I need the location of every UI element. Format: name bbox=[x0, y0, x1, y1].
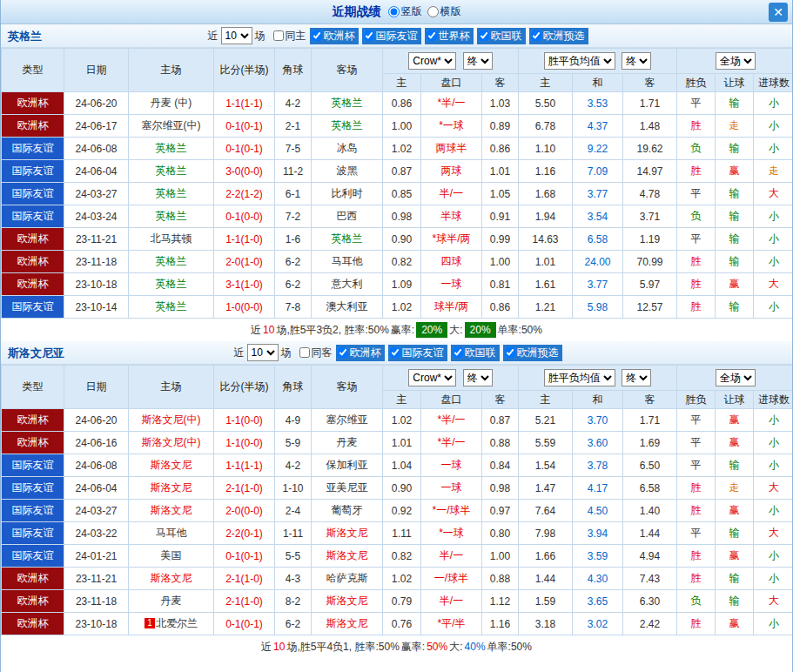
score-cell: 1-1(0-0) bbox=[214, 432, 275, 454]
col-away: 客场 bbox=[312, 49, 383, 92]
bookmaker-select[interactable]: Crow* bbox=[408, 369, 456, 386]
avg-home-odds-cell: 1.54 bbox=[519, 454, 573, 477]
odds-away-cell: 0.84 bbox=[482, 454, 519, 477]
same-venue-checkbox[interactable] bbox=[273, 30, 284, 41]
competition-chip[interactable]: 欧洲预选 bbox=[503, 345, 562, 361]
avg-stage-select[interactable]: 终 bbox=[622, 52, 651, 70]
layout-option-vertical[interactable]: 竖版 bbox=[388, 4, 422, 19]
corner-cell: 6-2 bbox=[275, 273, 312, 296]
summary-segment: 20% bbox=[465, 322, 496, 338]
corner-cell: 1-11 bbox=[275, 522, 312, 545]
score-cell: 1-0(0-0) bbox=[214, 296, 275, 319]
match-row: 欧洲杯23-10-181北爱尔兰0-1(0-1)6-2斯洛文尼0.76*平/半1… bbox=[2, 613, 793, 635]
competition-checkbox[interactable] bbox=[479, 30, 489, 41]
col-goals: 进球数 bbox=[754, 74, 793, 92]
avg-odds-select[interactable]: 胜平负均值 bbox=[544, 369, 615, 386]
horizontal-layout-radio[interactable] bbox=[427, 6, 439, 17]
competition-checkbox[interactable] bbox=[338, 347, 348, 358]
same-venue-checkbox[interactable] bbox=[299, 347, 310, 358]
home-team-cell: 北马其顿 bbox=[129, 228, 214, 251]
recent-count-select[interactable]: 10 bbox=[247, 344, 279, 361]
competition-checkbox[interactable] bbox=[505, 347, 515, 358]
competition-cell: 欧洲杯 bbox=[2, 273, 64, 296]
handicap-cell: *半/一 bbox=[421, 92, 482, 115]
vertical-layout-radio[interactable] bbox=[388, 6, 400, 17]
competition-checkbox[interactable] bbox=[312, 30, 322, 41]
odds-stage-select[interactable]: 终 bbox=[463, 52, 493, 70]
handicap-result-cell: 赢 bbox=[716, 545, 754, 568]
odds-home-cell: 1.09 bbox=[383, 273, 421, 296]
home-team-cell: 英格兰 bbox=[129, 160, 214, 183]
match-row: 国际友谊24-03-27斯洛文尼2-0(0-0)2-4葡萄牙0.92*一/球半0… bbox=[2, 500, 793, 522]
home-team-cell: 英格兰 bbox=[129, 138, 214, 160]
away-team-cell: 丹麦 bbox=[312, 432, 383, 454]
odds-home-cell: 0.79 bbox=[383, 590, 421, 613]
result-cell: 平 bbox=[677, 228, 716, 251]
competition-chip[interactable]: 欧国联 bbox=[451, 345, 500, 361]
competition-chip[interactable]: 欧洲杯 bbox=[310, 28, 359, 44]
handicap-result-cell: 输 bbox=[716, 183, 754, 205]
odds-away-cell: 0.91 bbox=[482, 205, 519, 228]
goals-cell: 大 bbox=[754, 590, 793, 613]
same-venue-filter[interactable]: 同主 bbox=[273, 29, 306, 44]
avg-odds-select[interactable]: 胜平负均值 bbox=[544, 52, 615, 70]
results-table: 类型 日期 主场 比分(半场) 角球 客场 Crow* 终 胜平负均值 终 bbox=[1, 365, 793, 635]
scope-select[interactable]: 全场 bbox=[716, 369, 756, 386]
score-cell: 2-1(1-0) bbox=[214, 568, 275, 590]
competition-cell: 欧洲杯 bbox=[2, 568, 64, 590]
competition-chip[interactable]: 世界杯 bbox=[425, 28, 474, 44]
home-team-cell: 英格兰 bbox=[129, 296, 214, 319]
goals-cell: 小 bbox=[754, 251, 793, 273]
home-team-cell: 英格兰 bbox=[129, 205, 214, 228]
summary-segment: 赢率: bbox=[391, 323, 414, 338]
recent-label: 近 bbox=[234, 346, 245, 360]
date-cell: 24-03-24 bbox=[64, 205, 129, 228]
competition-chip[interactable]: 国际友谊 bbox=[388, 345, 447, 361]
section-header: 斯洛文尼亚 近 10 场 同客 欧洲杯国际友谊欧国联欧洲预选 bbox=[1, 341, 792, 365]
same-venue-filter[interactable]: 同客 bbox=[299, 346, 333, 360]
recent-count-select[interactable]: 10 bbox=[221, 27, 252, 44]
competition-checkbox[interactable] bbox=[390, 347, 400, 358]
competition-checkbox[interactable] bbox=[531, 30, 541, 41]
odds-stage-select[interactable]: 终 bbox=[463, 369, 493, 386]
avg-away-odds-cell: 1.48 bbox=[623, 115, 677, 138]
odds-home-cell: 1.00 bbox=[383, 115, 421, 138]
summary-segment: 大: bbox=[449, 323, 462, 338]
company-odds-group: Crow* 终 bbox=[383, 366, 519, 391]
away-team-cell: 冰岛 bbox=[312, 138, 383, 160]
competition-chip[interactable]: 欧洲预选 bbox=[529, 28, 588, 44]
corner-cell: 2-1 bbox=[275, 115, 312, 138]
close-button[interactable]: ✕ bbox=[769, 3, 788, 22]
score-cell: 3-0(0-0) bbox=[214, 160, 275, 183]
competition-chip[interactable]: 欧洲杯 bbox=[336, 345, 385, 361]
avg-draw-odds-cell: 4.30 bbox=[573, 568, 623, 590]
competition-chip[interactable]: 国际友谊 bbox=[362, 28, 421, 44]
handicap-cell: 两球 bbox=[421, 160, 482, 183]
odds-away-cell: 0.88 bbox=[482, 568, 519, 590]
competition-checkbox[interactable] bbox=[364, 30, 374, 41]
england-tbody: 欧洲杯24-06-20丹麦 (中)1-1(1-1)4-2英格兰0.86*半/一1… bbox=[2, 92, 793, 319]
layout-option-horizontal[interactable]: 横版 bbox=[427, 4, 461, 19]
col-avg-away: 客 bbox=[623, 74, 677, 92]
goals-cell: 大 bbox=[754, 183, 793, 205]
avg-draw-odds-cell: 9.22 bbox=[573, 138, 623, 160]
avg-away-odds-cell: 6.58 bbox=[623, 477, 677, 500]
competition-chips: 欧洲杯国际友谊欧国联欧洲预选 bbox=[333, 345, 562, 361]
competition-checkbox[interactable] bbox=[453, 347, 463, 358]
competition-chip[interactable]: 欧国联 bbox=[477, 28, 526, 44]
competition-checkbox[interactable] bbox=[427, 30, 437, 41]
competition-label: 欧国联 bbox=[465, 346, 496, 360]
bookmaker-select[interactable]: Crow* bbox=[408, 52, 456, 70]
competition-cell: 欧洲杯 bbox=[2, 115, 64, 138]
scope-select[interactable]: 全场 bbox=[716, 52, 756, 70]
avg-stage-select[interactable]: 终 bbox=[622, 369, 651, 386]
result-cell: 胜 bbox=[677, 273, 716, 296]
home-team-cell: 斯洛文尼 bbox=[129, 454, 214, 477]
avg-home-odds-cell: 14.63 bbox=[519, 228, 573, 251]
match-row: 国际友谊24-03-22马耳他2-2(0-1)1-11斯洛文尼1.11*一球0.… bbox=[2, 522, 793, 545]
page-title: 近期战绩 bbox=[333, 4, 381, 20]
result-cell: 胜 bbox=[677, 568, 716, 590]
away-team-cell: 塞尔维亚 bbox=[312, 409, 383, 432]
home-team-cell: 丹麦 (中) bbox=[129, 92, 214, 115]
summary-segment: 10 bbox=[273, 641, 285, 653]
